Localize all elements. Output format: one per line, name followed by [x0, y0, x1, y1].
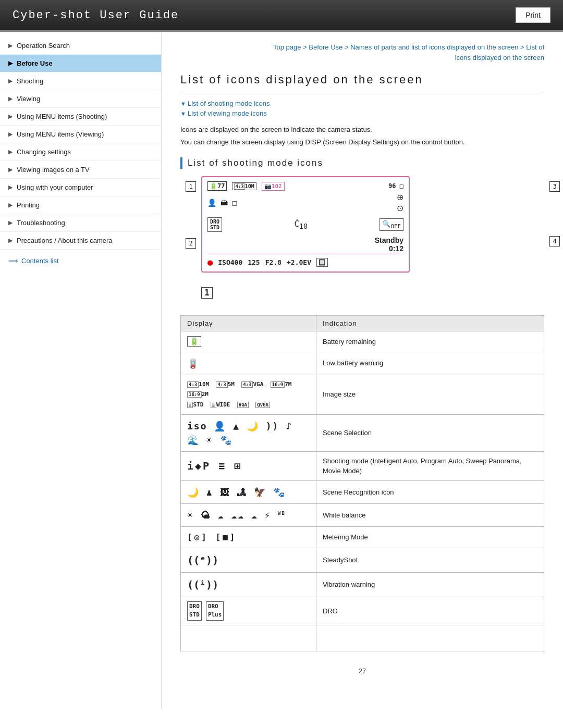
breadcrumb-link-top[interactable]: Top page: [273, 43, 301, 51]
cam-top-left: 🔋77 4:310M 📷102: [207, 181, 285, 191]
region-label-4: 4: [549, 236, 560, 246]
main-layout: ▶ Operation Search ▶ Before Use ▶ Shooti…: [0, 32, 563, 709]
arrow-icon: ▶: [8, 60, 13, 67]
table-row: 🔋 Battery remaining: [181, 331, 544, 352]
table-cell-display: iso 👤 ▲ 🌙 )) ♪ 🌊 ☀ 🐾: [181, 414, 316, 451]
breadcrumb-sep: >: [303, 43, 309, 51]
sidebar-item-label: Precautions / About this camera: [17, 237, 113, 244]
breadcrumb-link-names[interactable]: Names of parts and list of icons display…: [350, 43, 518, 51]
cam-standby-label: Standby: [375, 236, 403, 244]
table-cell-indication: Scene Recognition icon: [316, 480, 544, 503]
arrow-icon: ▶: [8, 95, 13, 102]
shooting-mode-section-heading: List of shooting mode icons: [180, 157, 544, 169]
table-row: i◆P ≡ ⊞ Shooting mode (Intelligent Auto,…: [181, 451, 544, 480]
table-row: DROSTD DROPlus DRO: [181, 597, 544, 625]
sidebar: ▶ Operation Search ▶ Before Use ▶ Shooti…: [0, 32, 162, 709]
sidebar-item-changing-settings[interactable]: ▶ Changing settings: [0, 143, 161, 161]
battery-icon: 🔋: [187, 336, 201, 347]
arrow-icon: ▶: [8, 202, 13, 208]
arrow-right-icon: ⟹: [8, 257, 18, 265]
arrow-icon: ▶: [8, 219, 13, 226]
app-title: Cyber-shot User Guide: [13, 9, 179, 22]
sidebar-item-menu-shooting[interactable]: ▶ Using MENU items (Shooting): [0, 108, 161, 126]
low-battery-icon: 🪫: [187, 358, 199, 369]
cam-standby: Standby 0:12: [207, 236, 403, 253]
cam-bottom-bar: ● ISO400 125 F2.8 +2.0EV 🔲: [207, 254, 403, 267]
arrow-icon: ▶: [8, 237, 13, 244]
cam-frame-count: 📷102: [262, 182, 285, 191]
table-cell-indication: SteadyShot: [316, 548, 544, 572]
link-viewing-icons[interactable]: List of viewing mode icons: [180, 109, 544, 117]
sidebar-item-label: Printing: [17, 201, 40, 209]
sidebar-item-precautions[interactable]: ▶ Precautions / About this camera: [0, 232, 161, 250]
sidebar-item-shooting[interactable]: ▶ Shooting: [0, 72, 161, 90]
cam-flash-icon: ⊕: [397, 192, 403, 202]
dro-plus: DROPlus: [206, 601, 224, 621]
table-row: ☀ 🌤 ☁ ☁☁ ☁ ⚡ WB White balance: [181, 503, 544, 526]
table-row: 4:310M 4:35M 4:3VGA 16:97M 16:92M ≡STD ≡…: [181, 375, 544, 414]
arrow-icon: ▶: [8, 131, 13, 138]
cam-shots-remaining: 96 □: [388, 182, 403, 190]
region-label-3: 3: [549, 181, 560, 192]
arrow-icon: ▶: [8, 184, 13, 191]
cam-standby-time: 0:12: [389, 244, 403, 253]
cam-timer-icon: ⊙: [397, 203, 403, 213]
arrow-icon: ▶: [8, 113, 13, 120]
sidebar-item-operation-search[interactable]: ▶ Operation Search: [0, 37, 161, 55]
table-cell-empty: [316, 625, 544, 651]
table-cell-indication: Low battery warning: [316, 352, 544, 375]
table-row: iso 👤 ▲ 🌙 )) ♪ 🌊 ☀ 🐾 Scene Selection: [181, 414, 544, 451]
table-cell-display: 🪫: [181, 352, 316, 375]
sidebar-item-viewing-tv[interactable]: ▶ Viewing images on a TV: [0, 161, 161, 179]
steadyshot-icon: ((ᵉ)): [187, 554, 218, 566]
sidebar-item-before-use[interactable]: ▶ Before Use: [0, 55, 161, 72]
cam-top-right: 96 □: [388, 182, 403, 190]
sidebar-item-viewing[interactable]: ▶ Viewing: [0, 90, 161, 108]
table-cell-display: 🔋: [181, 331, 316, 352]
cam-shutter: 125: [248, 258, 260, 266]
vibration-icon: ((ⁱ)): [187, 578, 218, 591]
table-cell-display: 🌙 ♟ 🖼 🏞 🦅 🐾: [181, 480, 316, 503]
link-shooting-icons[interactable]: List of shooting mode icons: [180, 100, 544, 107]
cam-iso: ISO400: [218, 258, 242, 266]
cam-self-timer: Ċ10: [294, 219, 308, 230]
sidebar-item-label: Using with your computer: [17, 183, 93, 191]
sidebar-item-troubleshooting[interactable]: ▶ Troubleshooting: [0, 214, 161, 232]
sidebar-item-label: Operation Search: [17, 42, 70, 50]
cam-mode-icons: 👤 🏔 □: [207, 199, 237, 207]
table-cell-indication: Scene Selection: [316, 414, 544, 451]
table-cell-display: ((ⁱ)): [181, 572, 316, 597]
sidebar-item-printing[interactable]: ▶ Printing: [0, 196, 161, 214]
table-cell-indication: Shooting mode (Intelligent Auto, Program…: [316, 451, 544, 480]
page-title: List of icons displayed on the screen: [180, 73, 544, 92]
table-cell-display: [◎] [■]: [181, 526, 316, 548]
cam-image-size: 4:310M: [232, 182, 256, 190]
sidebar-item-label: Viewing images on a TV: [17, 166, 90, 174]
arrow-icon: ▶: [8, 42, 13, 49]
shooting-mode-heading-text: List of shooting mode icons: [188, 158, 323, 168]
table-row: [◎] [■] Metering Mode: [181, 526, 544, 548]
arrow-icon: ▶: [8, 166, 13, 173]
cam-ev: +2.0EV: [287, 258, 311, 266]
cam-shoot-icons: 👤 🏔 □: [207, 199, 237, 207]
table-row: ((ᵉ)) SteadyShot: [181, 548, 544, 572]
breadcrumb-link-before-use[interactable]: Before Use: [309, 43, 342, 51]
link-list: List of shooting mode icons List of view…: [180, 100, 544, 117]
contents-link-label: Contents list: [21, 257, 59, 265]
arrow-icon: ▶: [8, 78, 13, 84]
sidebar-item-menu-viewing[interactable]: ▶ Using MENU items (Viewing): [0, 126, 161, 143]
sidebar-item-label: Using MENU items (Shooting): [17, 113, 107, 120]
table-cell-display: DROSTD DROPlus: [181, 597, 316, 625]
cam-dro: DROSTD: [207, 217, 222, 232]
header: Cyber-shot User Guide Print: [0, 0, 563, 32]
cam-focus: 🔍OFF: [380, 218, 403, 231]
shooting-mode-icons: i◆P ≡ ⊞: [187, 460, 242, 472]
col-header-indication: Indication: [316, 316, 544, 331]
box-number-1: 1: [201, 287, 213, 299]
sidebar-item-label: Viewing: [17, 95, 40, 103]
cam-mid-row: DROSTD Ċ10 🔍OFF: [207, 217, 403, 232]
sidebar-item-using-computer[interactable]: ▶ Using with your computer: [0, 179, 161, 196]
table-cell-display: i◆P ≡ ⊞: [181, 451, 316, 480]
print-button[interactable]: Print: [516, 7, 550, 23]
contents-list-link[interactable]: ⟹ Contents list: [0, 250, 161, 272]
